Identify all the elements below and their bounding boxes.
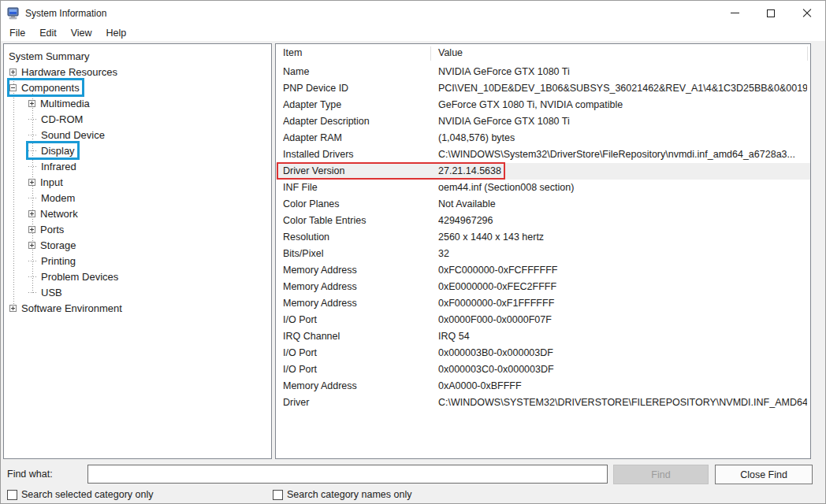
table-row-adapter-description[interactable]: Adapter DescriptionNVIDIA GeForce GTX 10… bbox=[276, 113, 810, 130]
tree-item-input[interactable]: Input bbox=[4, 174, 271, 190]
tree-item-content: Sound Device bbox=[28, 128, 107, 142]
tree-item-multimedia[interactable]: Multimedia bbox=[4, 95, 271, 111]
tree-item-label: CD-ROM bbox=[41, 113, 83, 125]
item-cell: Memory Address bbox=[283, 298, 429, 309]
value-cell: 0xA0000-0xBFFFF bbox=[438, 380, 807, 391]
window-title: System Information bbox=[25, 8, 106, 19]
search-category-names-option: Search category names only bbox=[273, 489, 411, 500]
table-row-memory-address[interactable]: Memory Address0xE0000000-0xFEC2FFFF bbox=[276, 279, 810, 295]
value-cell: PCI\VEN_10DE&DEV_1B06&SUBSYS_36021462&RE… bbox=[438, 83, 807, 94]
table-row-i-o-port[interactable]: I/O Port0x000003B0-0x000003DF bbox=[276, 345, 810, 361]
tree-connector bbox=[28, 261, 36, 261]
minimize-button[interactable] bbox=[716, 1, 753, 25]
tree-item-software-environment[interactable]: Software Environment bbox=[4, 300, 271, 316]
tree-item-system-summary[interactable]: System Summary bbox=[4, 48, 271, 64]
table-row-i-o-port[interactable]: I/O Port0x0000F000-0x0000F07F bbox=[276, 312, 810, 328]
expand-plus-icon[interactable] bbox=[28, 100, 35, 107]
value-cell: 2560 x 1440 x 143 hertz bbox=[438, 232, 807, 243]
table-row-installed-drivers[interactable]: Installed DriversC:\WINDOWS\System32\Dri… bbox=[276, 146, 810, 163]
expand-plus-icon[interactable] bbox=[9, 69, 17, 76]
tree-connector bbox=[28, 198, 36, 198]
table-row-color-planes[interactable]: Color PlanesNot Available bbox=[276, 196, 810, 213]
search-selected-category-option: Search selected category only bbox=[7, 489, 153, 500]
tree-item-label: Components bbox=[21, 82, 80, 94]
table-row-memory-address[interactable]: Memory Address0xFC000000-0xFCFFFFFF bbox=[276, 262, 810, 279]
search-category-names-checkbox[interactable] bbox=[273, 490, 283, 500]
item-cell: I/O Port bbox=[283, 347, 429, 358]
table-row-inf-file[interactable]: INF Fileoem44.inf (Section008 section) bbox=[276, 180, 810, 196]
close-button[interactable] bbox=[789, 1, 825, 25]
item-cell: Driver Version bbox=[283, 165, 429, 176]
tree-item-label: Network bbox=[40, 208, 78, 220]
search-selected-category-checkbox[interactable] bbox=[7, 490, 17, 500]
find-input[interactable] bbox=[87, 465, 608, 484]
table-row-i-o-port[interactable]: I/O Port0x000003C0-0x000003DF bbox=[276, 361, 810, 378]
value-cell: NVIDIA GeForce GTX 1080 Ti bbox=[438, 66, 807, 77]
column-header-item[interactable]: Item bbox=[283, 47, 302, 58]
table-row-irq-channel[interactable]: IRQ ChannelIRQ 54 bbox=[276, 328, 810, 345]
tree-connector bbox=[28, 292, 36, 293]
tree-item-usb[interactable]: USB bbox=[4, 284, 271, 300]
tree-item-content: Storage bbox=[28, 238, 79, 252]
tree-item-content: System Summary bbox=[9, 49, 92, 63]
expand-plus-icon[interactable] bbox=[9, 305, 17, 312]
tree-item-label: Display bbox=[41, 145, 75, 157]
find-button[interactable]: Find bbox=[613, 465, 709, 484]
tree-item-modem[interactable]: Modem bbox=[4, 190, 271, 206]
tree-item-infrared[interactable]: Infrared bbox=[4, 158, 271, 174]
table-row-driver[interactable]: DriverC:\WINDOWS\SYSTEM32\DRIVERSTORE\FI… bbox=[276, 395, 810, 411]
column-divider[interactable] bbox=[430, 46, 431, 61]
table-row-pnp-device-id[interactable]: PNP Device IDPCI\VEN_10DE&DEV_1B06&SUBSY… bbox=[276, 80, 810, 97]
table-row-name[interactable]: NameNVIDIA GeForce GTX 1080 Ti bbox=[276, 64, 810, 80]
value-cell: 0x0000F000-0x0000F07F bbox=[438, 314, 807, 325]
collapse-minus-icon[interactable] bbox=[9, 84, 17, 91]
tree-item-label: Infrared bbox=[41, 161, 76, 172]
menu-file[interactable]: File bbox=[2, 26, 32, 40]
tree-item-components[interactable]: Components bbox=[4, 80, 271, 95]
tree-item-hardware-resources[interactable]: Hardware Resources bbox=[4, 64, 271, 80]
expand-plus-icon[interactable] bbox=[28, 179, 35, 186]
value-cell: GeForce GTX 1080 Ti, NVIDIA compatible bbox=[438, 99, 807, 110]
tree-item-label: Storage bbox=[40, 239, 76, 251]
tree-item-content: Modem bbox=[28, 191, 77, 205]
table-row-memory-address[interactable]: Memory Address0xF0000000-0xF1FFFFFF bbox=[276, 295, 810, 312]
table-row-bits-pixel[interactable]: Bits/Pixel32 bbox=[276, 246, 810, 262]
item-cell: PNP Device ID bbox=[283, 83, 429, 94]
menu-help[interactable]: Help bbox=[99, 26, 134, 40]
table-row-adapter-type[interactable]: Adapter TypeGeForce GTX 1080 Ti, NVIDIA … bbox=[276, 97, 810, 113]
expand-plus-icon[interactable] bbox=[28, 242, 35, 249]
main-area: System SummaryHardware ResourcesComponen… bbox=[1, 41, 825, 461]
table-row-color-table-entries[interactable]: Color Table Entries4294967296 bbox=[276, 213, 810, 229]
item-cell: Memory Address bbox=[283, 380, 429, 391]
expand-plus-icon[interactable] bbox=[28, 210, 35, 217]
table-row-adapter-ram[interactable]: Adapter RAM(1,048,576) bytes bbox=[276, 130, 810, 146]
table-row-memory-address[interactable]: Memory Address0xA0000-0xBFFFF bbox=[276, 378, 810, 395]
tree-item-sound-device[interactable]: Sound Device bbox=[4, 127, 271, 143]
checkbox-label: Search category names only bbox=[287, 489, 411, 500]
expand-plus-icon[interactable] bbox=[28, 226, 35, 233]
value-cell: oem44.inf (Section008 section) bbox=[438, 182, 807, 193]
table-row-driver-version[interactable]: Driver Version27.21.14.5638 bbox=[276, 163, 810, 180]
tree-item-display[interactable]: Display bbox=[4, 143, 271, 158]
maximize-button[interactable] bbox=[753, 1, 789, 25]
table-row-resolution[interactable]: Resolution2560 x 1440 x 143 hertz bbox=[276, 229, 810, 246]
tree-item-ports[interactable]: Ports bbox=[4, 221, 271, 237]
column-header-value[interactable]: Value bbox=[438, 47, 463, 58]
tree-item-printing[interactable]: Printing bbox=[4, 253, 271, 269]
item-cell: Color Table Entries bbox=[283, 215, 429, 226]
close-find-button[interactable]: Close Find bbox=[715, 465, 813, 484]
tree-item-cd-rom[interactable]: CD-ROM bbox=[4, 111, 271, 127]
checkbox-label: Search selected category only bbox=[21, 489, 153, 500]
menu-edit[interactable]: Edit bbox=[32, 26, 64, 40]
tree-connector bbox=[28, 276, 36, 277]
tree-item-problem-devices[interactable]: Problem Devices bbox=[4, 269, 271, 284]
menu-view[interactable]: View bbox=[64, 26, 99, 40]
tree-item-storage[interactable]: Storage bbox=[4, 237, 271, 253]
tree-item-network[interactable]: Network bbox=[4, 206, 271, 221]
tree-connector bbox=[28, 150, 36, 151]
column-divider[interactable] bbox=[807, 46, 808, 61]
find-bar: Find what: Find Close Find Search select… bbox=[1, 461, 825, 503]
value-cell: Not Available bbox=[438, 198, 807, 209]
tree-item-content: Infrared bbox=[28, 159, 79, 173]
value-cell: 32 bbox=[438, 248, 807, 259]
